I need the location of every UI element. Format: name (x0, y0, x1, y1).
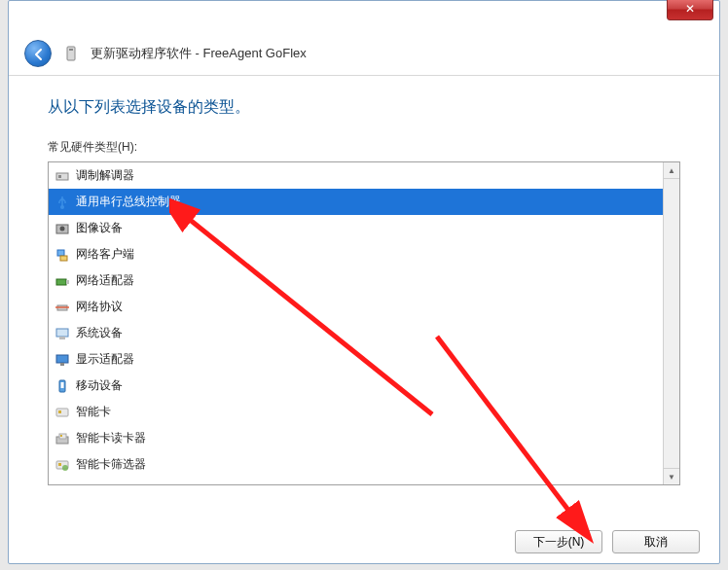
svg-point-6 (60, 226, 65, 231)
list-item[interactable]: 移动设备 (49, 373, 663, 399)
imaging-icon (55, 221, 70, 236)
close-button[interactable]: ✕ (667, 0, 713, 20)
list-item-label: 显示适配器 (76, 351, 134, 368)
svg-rect-13 (56, 329, 68, 337)
svg-point-4 (60, 205, 64, 209)
list-item-label: 调制解调器 (76, 167, 134, 184)
list-item-label: 网络客户端 (76, 246, 134, 263)
list-item[interactable]: 调制解调器 (49, 162, 663, 189)
header-row: 更新驱动程序软件 - FreeAgent GoFlex (9, 40, 719, 67)
svg-rect-20 (58, 410, 61, 413)
list-label: 常见硬件类型(H): (48, 139, 680, 156)
list-item-label: 智能卡 (76, 404, 111, 420)
list-item[interactable]: 网络适配器 (49, 267, 663, 294)
hardware-list[interactable]: 调制解调器通用串行总线控制器图像设备网络客户端网络适配器网络协议系统设备显示适配… (49, 162, 663, 484)
title-bar: ✕ (9, 1, 719, 32)
svg-rect-16 (60, 363, 64, 366)
usb-icon (55, 195, 70, 210)
svg-rect-25 (58, 463, 61, 466)
disk-icon (63, 46, 79, 61)
modem-icon (55, 168, 70, 184)
list-item-label: 通用串行总线控制器 (76, 194, 181, 210)
list-item[interactable]: 智能卡筛选器 (49, 451, 663, 478)
list-item[interactable]: 智能卡 (49, 399, 663, 425)
svg-rect-3 (58, 175, 61, 178)
back-button[interactable] (24, 40, 52, 67)
scrollbar[interactable]: ▲ ▼ (663, 162, 679, 484)
next-button[interactable]: 下一步(N) (515, 530, 602, 553)
scroll-up-button[interactable]: ▲ (664, 162, 679, 179)
svg-rect-9 (56, 279, 66, 285)
list-item[interactable]: 显示适配器 (49, 346, 663, 373)
list-item[interactable]: 网络协议 (49, 294, 663, 320)
smartcard-filter-icon (55, 457, 70, 473)
smartcard-reader-icon (55, 431, 70, 446)
svg-rect-23 (60, 435, 62, 437)
cancel-button[interactable]: 取消 (612, 530, 700, 553)
list-item-label: 网络协议 (76, 299, 123, 315)
list-item-label: 智能卡读卡器 (76, 430, 146, 446)
list-item-label: 智能卡筛选器 (76, 456, 146, 473)
dialog-window: ✕ 更新驱动程序软件 - FreeAgent GoFlex 从以下列表选择设备的… (8, 0, 720, 564)
page-heading: 从以下列表选择设备的类型。 (48, 97, 680, 118)
list-item[interactable]: 智能卡读卡器 (49, 425, 663, 451)
list-item[interactable]: 通用串行总线控制器 (49, 189, 663, 215)
svg-rect-1 (69, 49, 73, 51)
svg-rect-2 (56, 173, 68, 180)
close-icon: ✕ (685, 2, 695, 16)
svg-rect-19 (56, 409, 68, 416)
mobile-icon (55, 378, 70, 394)
svg-rect-15 (56, 355, 68, 363)
list-item[interactable]: 图像设备 (49, 215, 663, 241)
display-icon (55, 352, 70, 368)
back-arrow-icon (31, 47, 47, 62)
svg-rect-14 (59, 337, 65, 339)
list-item-label: 图像设备 (76, 220, 123, 236)
system-icon (55, 326, 70, 341)
list-item-label: 网络适配器 (76, 272, 134, 289)
footer-buttons: 下一步(N) 取消 (515, 530, 700, 553)
network-client-icon (55, 247, 70, 263)
smartcard-icon (55, 405, 70, 420)
svg-point-26 (62, 465, 68, 471)
svg-rect-8 (60, 256, 67, 261)
svg-rect-18 (61, 382, 64, 388)
scroll-down-button[interactable]: ▼ (664, 468, 679, 484)
content-area: 从以下列表选择设备的类型。 常见硬件类型(H): 调制解调器通用串行总线控制器图… (9, 76, 719, 485)
protocol-icon (55, 300, 70, 315)
list-item-label: 系统设备 (76, 325, 123, 341)
window-title: 更新驱动程序软件 - FreeAgent GoFlex (91, 45, 307, 62)
hardware-listbox: 调制解调器通用串行总线控制器图像设备网络客户端网络适配器网络协议系统设备显示适配… (48, 161, 680, 485)
list-item-label: 移动设备 (76, 377, 123, 394)
network-adapter-icon (55, 273, 70, 289)
list-item[interactable]: 系统设备 (49, 320, 663, 346)
svg-rect-7 (57, 250, 64, 256)
list-item[interactable]: 网络客户端 (49, 241, 663, 267)
svg-rect-10 (66, 280, 69, 284)
